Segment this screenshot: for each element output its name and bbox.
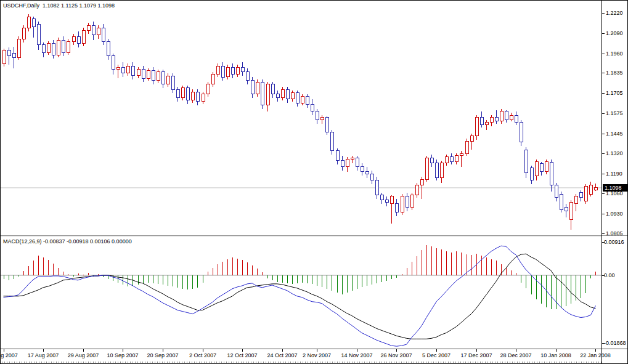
price-axis-tick	[601, 134, 605, 134]
price-axis-label: 1.2220	[606, 10, 628, 17]
date-tick	[595, 349, 596, 352]
chart-title: USDCHF,Daily 1.1082 1.1125 1.1079 1.1098	[3, 2, 115, 9]
macd-histogram	[4, 245, 596, 309]
date-label: 22 Jan 2008	[574, 352, 617, 358]
date-tick	[317, 349, 317, 352]
price-axis-tick	[601, 73, 605, 73]
date-tick	[516, 349, 516, 352]
price-axis-tick	[601, 93, 605, 94]
price-axis-tick	[601, 153, 605, 154]
price-axis-label: 1.1445	[606, 131, 628, 137]
date-label: 17 Aug 2007	[22, 352, 65, 358]
date-label: 12 Oct 2007	[221, 352, 264, 358]
macd-axis-label: 0.00	[604, 272, 627, 279]
current-price-tag: 1.1098	[603, 184, 628, 192]
date-tick	[242, 349, 243, 352]
date-tick	[203, 349, 203, 352]
date-label: 26 Nov 2007	[375, 352, 418, 358]
date-label: 10 Sep 2007	[101, 352, 144, 358]
date-tick	[123, 349, 123, 352]
date-tick	[556, 349, 557, 352]
price-axis-tick	[601, 54, 605, 54]
date-label: 2 Nov 2007	[295, 352, 338, 358]
price-axis-label: 1.1190	[606, 171, 628, 177]
symbol-period-label: USDCHF,Daily	[3, 2, 39, 9]
macd-main-line	[4, 246, 596, 346]
price-axis-label: 1.2090	[606, 30, 628, 37]
date-tick	[282, 349, 283, 352]
date-tick	[436, 349, 437, 352]
value-axis-line	[601, 1, 602, 364]
candles	[2, 14, 597, 230]
price-axis-tick	[601, 33, 605, 34]
date-label: 14 Nov 2007	[335, 352, 378, 358]
price-axis-tick	[601, 214, 605, 214]
price-axis-label: 1.1705	[606, 90, 628, 97]
macd-indicator-label: MACD(12,26,9) -0.00837 -0.00918 0.00106 …	[3, 238, 132, 245]
price-panel-plot[interactable]	[1, 1, 601, 235]
price-axis-tick	[601, 13, 605, 14]
price-axis-label: 1.1575	[606, 110, 628, 117]
panel-separator-inner	[1, 237, 601, 237]
price-axis-label: 1.0805	[606, 230, 628, 237]
date-label: 5 Dec 2007	[415, 352, 458, 358]
date-tick	[43, 349, 44, 352]
price-axis-tick	[601, 233, 605, 234]
time-axis-minor-ticks	[2, 362, 601, 363]
panel-separator	[1, 235, 628, 236]
date-label: 28 Dec 2007	[494, 352, 537, 358]
price-axis-label: 1.1835	[606, 70, 628, 76]
price-axis-label: 1.1320	[606, 150, 628, 157]
date-label: 20 Sep 2007	[141, 352, 184, 358]
price-axis-tick	[601, 113, 605, 114]
price-axis-label: 1.0930	[606, 211, 628, 217]
date-tick	[476, 349, 477, 352]
ohlc-values-label: 1.1082 1.1125 1.1079 1.1098	[43, 2, 115, 9]
date-label: 2 Oct 2007	[181, 352, 224, 358]
price-axis-label: 1.1960	[606, 51, 628, 57]
price-axis-tick	[601, 193, 605, 194]
time-axis-line	[1, 349, 628, 349]
price-axis-tick	[601, 174, 605, 174]
chart-window: USDCHF,Daily 1.1082 1.1125 1.1079 1.1098…	[0, 0, 628, 364]
date-label: 29 Aug 2007	[62, 352, 105, 358]
date-tick	[4, 349, 4, 352]
date-tick	[163, 349, 163, 352]
date-tick	[83, 349, 84, 352]
macd-axis-label: -0.01868	[604, 340, 627, 347]
date-tick	[357, 349, 357, 352]
date-label: 10 Jan 2008	[534, 352, 577, 358]
macd-axis-label: 0.00916	[604, 239, 627, 246]
macd-panel-plot[interactable]	[1, 237, 601, 349]
date-label: 17 Dec 2007	[455, 352, 498, 358]
date-tick	[396, 349, 397, 352]
